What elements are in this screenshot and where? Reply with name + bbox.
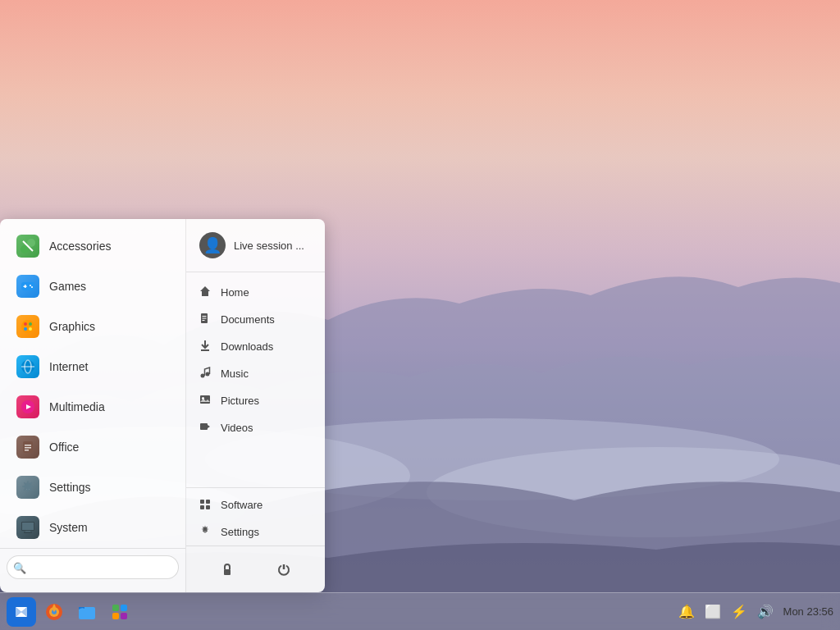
svg-rect-24 [25, 450, 29, 451]
documents-icon [199, 313, 212, 326]
windows-icon[interactable]: ⬜ [705, 604, 721, 619]
right-panel: 👤 Live session ... HomeDocumentsDownload… [185, 219, 325, 592]
menu-separator [186, 487, 325, 488]
user-avatar-icon: 👤 [203, 236, 221, 254]
svg-rect-8 [24, 286, 27, 288]
power-button[interactable] [269, 555, 299, 584]
search-container: 🔍 [0, 548, 185, 586]
svg-rect-41 [200, 500, 204, 504]
app-software[interactable]: Software [186, 491, 325, 518]
svg-point-13 [29, 322, 32, 326]
svg-point-12 [24, 322, 27, 326]
svg-point-10 [31, 286, 33, 288]
svg-rect-32 [203, 318, 207, 319]
multimedia-icon [16, 395, 39, 418]
svg-rect-23 [25, 447, 31, 449]
taskbar-right: 🔔 ⬜ ⚡ 🔊 Mon 23:56 [678, 604, 833, 619]
places-list: HomeDocumentsDownloadsMusicPicturesVideo… [186, 272, 325, 484]
svg-rect-54 [121, 613, 127, 619]
categories-list: AccessoriesGamesGraphicsInternetMultimed… [0, 226, 185, 548]
office-icon [16, 436, 39, 459]
settings2-icon [199, 525, 212, 539]
place-videos[interactable]: Videos [186, 414, 325, 441]
svg-rect-28 [25, 531, 30, 532]
svg-rect-6 [21, 282, 34, 290]
videos-label: Videos [221, 422, 253, 434]
category-settings[interactable]: Settings [3, 468, 182, 507]
settings-icon [16, 476, 39, 499]
category-office[interactable]: Office [3, 427, 182, 467]
category-accessories[interactable]: Accessories [3, 226, 182, 266]
accessories-label: Accessories [49, 240, 111, 253]
categories-panel: AccessoriesGamesGraphicsInternetMultimed… [0, 219, 185, 592]
downloads-label: Downloads [221, 340, 273, 353]
svg-rect-27 [22, 523, 34, 530]
search-input[interactable] [7, 555, 179, 579]
office-label: Office [49, 441, 79, 454]
svg-rect-44 [206, 505, 210, 509]
taskbar-left [7, 597, 135, 627]
taskbar-files[interactable] [72, 597, 102, 627]
search-icon: 🔍 [13, 561, 26, 573]
app-settings2[interactable]: Settings [186, 518, 325, 546]
zorin-button[interactable] [7, 597, 36, 627]
music-icon [199, 367, 212, 381]
home-icon [199, 285, 212, 299]
svg-rect-22 [25, 445, 31, 446]
svg-point-9 [30, 285, 31, 286]
category-multimedia[interactable]: Multimedia [3, 387, 182, 427]
place-documents[interactable]: Documents [186, 306, 325, 333]
software-label: Software [221, 499, 262, 511]
multimedia-label: Multimedia [49, 400, 105, 413]
svg-point-11 [21, 320, 34, 333]
games-label: Games [49, 280, 86, 293]
internet-label: Internet [49, 360, 88, 373]
graphics-icon [16, 315, 39, 338]
taskbar-firefox[interactable] [39, 597, 69, 627]
svg-rect-39 [200, 423, 208, 430]
category-graphics[interactable]: Graphics [3, 307, 182, 346]
category-games[interactable]: Games [3, 267, 182, 306]
home-label: Home [221, 286, 249, 299]
svg-rect-51 [112, 605, 119, 611]
place-pictures[interactable]: Pictures [186, 387, 325, 414]
category-system[interactable]: System [3, 508, 182, 547]
taskbar: 🔔 ⬜ ⚡ 🔊 Mon 23:56 [0, 592, 840, 630]
apps-list: SoftwareSettings [186, 491, 325, 546]
graphics-label: Graphics [49, 320, 95, 333]
svg-rect-29 [24, 532, 32, 534]
start-menu: AccessoriesGamesGraphicsInternetMultimed… [0, 219, 325, 592]
documents-label: Documents [221, 313, 275, 326]
svg-rect-42 [206, 500, 210, 504]
place-home[interactable]: Home [186, 279, 325, 306]
clock[interactable]: Mon 23:56 [783, 605, 833, 618]
svg-point-3 [427, 447, 840, 537]
svg-rect-43 [200, 505, 204, 509]
svg-rect-52 [121, 605, 127, 611]
internet-icon [16, 355, 39, 378]
svg-rect-33 [203, 320, 205, 321]
settings2-label: Settings [221, 526, 259, 538]
desktop: AccessoriesGamesGraphicsInternetMultimed… [0, 0, 840, 630]
svg-rect-50 [79, 607, 95, 619]
lock-button[interactable] [212, 555, 242, 584]
search-wrapper: 🔍 [7, 555, 179, 579]
volume-icon[interactable]: 🔊 [757, 604, 774, 619]
svg-rect-53 [112, 613, 119, 619]
notification-icon[interactable]: 🔔 [678, 604, 695, 619]
place-music[interactable]: Music [186, 360, 325, 387]
activity-icon[interactable]: ⚡ [731, 604, 747, 619]
games-icon [16, 275, 39, 298]
svg-rect-31 [203, 316, 207, 317]
videos-icon [199, 421, 212, 435]
svg-marker-40 [208, 425, 210, 428]
taskbar-software-center[interactable] [105, 597, 135, 627]
pictures-label: Pictures [221, 395, 259, 407]
avatar: 👤 [199, 232, 226, 258]
bottom-actions [186, 546, 325, 592]
user-name: Live session ... [234, 240, 304, 252]
place-downloads[interactable]: Downloads [186, 333, 325, 360]
user-section[interactable]: 👤 Live session ... [186, 219, 325, 272]
category-internet[interactable]: Internet [3, 347, 182, 386]
software-icon [199, 498, 212, 512]
